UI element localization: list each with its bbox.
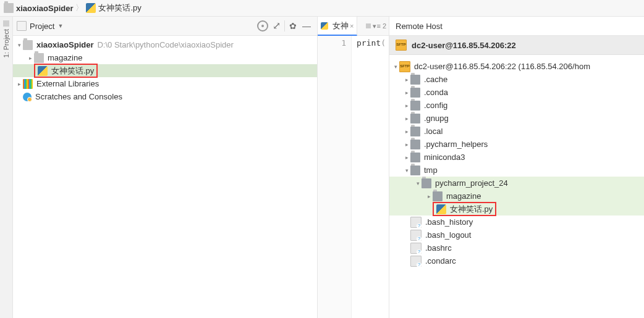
- tree-file-selected[interactable]: ▸ 女神笑话.py: [13, 64, 317, 77]
- hide-button[interactable]: —: [300, 19, 313, 33]
- text-file-icon: [410, 217, 422, 228]
- code-text: print: [357, 38, 381, 48]
- project-panel-header: Project ▼ ⤢ ✿ —: [13, 17, 317, 36]
- expand-toggle[interactable]: ▾: [392, 64, 399, 70]
- folder-icon: [410, 88, 420, 98]
- editor-tab-label: 女神: [333, 20, 349, 31]
- tree-item-label: .conda: [424, 88, 448, 97]
- remote-folder[interactable]: ▸.pycharm_helpers: [389, 138, 644, 151]
- remote-root[interactable]: ▾ SFTP dc2-user@116.85.54.206:22 (116.85…: [389, 60, 644, 73]
- tree-item-label: .pycharm_helpers: [424, 140, 488, 149]
- expand-toggle[interactable]: ▸: [15, 81, 23, 87]
- editor-tabs: 女神 × ▾≡2: [318, 17, 389, 36]
- expand-toggle[interactable]: ▸: [403, 128, 410, 135]
- remote-folder[interactable]: ▸.gnupg: [389, 112, 644, 125]
- remote-folder-tmp[interactable]: ▾tmp: [389, 164, 644, 177]
- tree-item-label: magazine: [446, 191, 481, 201]
- expand-toggle[interactable]: ▸: [403, 77, 410, 83]
- remote-folder-pyproj[interactable]: ▾pycharm_project_24: [389, 177, 644, 190]
- tree-item-label: pycharm_project_24: [435, 178, 508, 188]
- breadcrumb-root[interactable]: xiaoxiaoSpider: [4, 3, 73, 13]
- project-vertical-tab[interactable]: 1: Project: [2, 29, 10, 57]
- tab-indicator-count: 2: [383, 22, 386, 30]
- remote-folder[interactable]: ▸.conda: [389, 86, 644, 99]
- locate-button[interactable]: [256, 19, 269, 33]
- expand-toggle[interactable]: ▸: [403, 115, 410, 122]
- tool-icon[interactable]: [3, 20, 9, 27]
- text-file-icon: [410, 256, 422, 267]
- settings-button[interactable]: ✿: [286, 19, 300, 33]
- tree-item-label: .config: [424, 101, 447, 110]
- project-view-selector[interactable]: Project ▼: [17, 21, 63, 31]
- chevron-right-icon: 〉: [75, 2, 83, 14]
- remote-root-label: dc2-user@116.85.54.206:22 (116.85.54.206…: [414, 62, 590, 71]
- editor-tab[interactable]: 女神 ×: [318, 17, 357, 36]
- breadcrumb-file[interactable]: 女神笑话.py: [86, 2, 141, 14]
- remote-file[interactable]: ▸.bash_logout: [389, 228, 644, 241]
- expand-toggle[interactable]: ▸: [27, 55, 34, 61]
- tree-item-label: .bash_logout: [425, 230, 471, 240]
- project-tree[interactable]: ▾ xiaoxiaoSpider D:\0 Stark\pythonCode\x…: [13, 36, 317, 318]
- libraries-icon: [23, 79, 33, 89]
- folder-icon: [410, 114, 420, 123]
- python-file-icon: [321, 22, 328, 30]
- folder-icon: [410, 153, 420, 162]
- tree-item-label: tmp: [424, 165, 438, 175]
- project-view-icon: [17, 21, 27, 31]
- caret-down-icon: ▼: [57, 23, 63, 29]
- left-tool-strip: 1: Project: [0, 17, 13, 318]
- text-file-icon: [410, 230, 422, 241]
- tree-item-label: .bash_history: [425, 217, 473, 227]
- folder-icon: [433, 191, 443, 201]
- gutter: 1: [318, 36, 352, 318]
- close-tab-button[interactable]: ×: [350, 22, 354, 30]
- expand-toggle[interactable]: ▸: [403, 90, 410, 96]
- remote-folder-magazine[interactable]: ▸magazine: [389, 190, 644, 203]
- expand-toggle[interactable]: ▾: [15, 42, 23, 48]
- remote-file[interactable]: ▸.condarc: [389, 254, 644, 267]
- remote-host-title: Remote Host: [396, 22, 443, 31]
- tree-item-label: 女神笑话.py: [450, 204, 493, 215]
- scratches-icon: [23, 93, 32, 101]
- expand-toggle[interactable]: ▸: [425, 193, 433, 199]
- remote-connection-label: dc2-user@116.85.54.206:22: [412, 41, 516, 50]
- tree-item-label: 女神笑话.py: [51, 65, 94, 77]
- folder-icon: [410, 127, 420, 136]
- remote-file[interactable]: ▸.bashrc: [389, 241, 644, 254]
- tree-item-label: magazine: [48, 53, 82, 62]
- remote-file[interactable]: ▸.bash_history: [389, 215, 644, 228]
- tree-item-label: .condarc: [425, 256, 456, 266]
- project-root-label: xiaoxiaoSpider: [36, 40, 93, 49]
- tree-item-label: .cache: [424, 75, 447, 84]
- expand-toggle[interactable]: ▸: [403, 154, 410, 161]
- scratches-consoles[interactable]: ▸ Scratches and Consoles: [13, 90, 317, 103]
- expand-toggle[interactable]: ▸: [403, 103, 410, 109]
- code-editor[interactable]: 1 print(: [318, 36, 389, 318]
- tree-item-label: External Libraries: [36, 79, 99, 88]
- line-number: 1: [318, 38, 346, 48]
- folder-icon: [4, 3, 14, 13]
- expand-all-button[interactable]: ⤢: [269, 19, 283, 33]
- code-line[interactable]: print(: [352, 36, 386, 318]
- external-libraries[interactable]: ▸ External Libraries: [13, 77, 317, 90]
- remote-folder[interactable]: ▸.cache: [389, 73, 644, 86]
- project-panel-title: Project: [30, 22, 54, 31]
- python-file-icon: [38, 66, 48, 76]
- expand-toggle[interactable]: ▾: [414, 180, 422, 186]
- remote-folder[interactable]: ▸miniconda3: [389, 151, 644, 164]
- tree-item-label: .bashrc: [425, 243, 452, 253]
- tree-folder-magazine[interactable]: ▸ magazine: [13, 51, 317, 64]
- expand-toggle[interactable]: ▾: [403, 167, 410, 174]
- tree-item-label: Scratches and Consoles: [35, 92, 122, 101]
- breadcrumb-root-label: xiaoxiaoSpider: [16, 4, 73, 13]
- remote-folder[interactable]: ▸.local: [389, 125, 644, 138]
- divider: [284, 20, 285, 31]
- remote-tree[interactable]: ▾ SFTP dc2-user@116.85.54.206:22 (116.85…: [389, 55, 644, 318]
- remote-file-highlighted[interactable]: ▸女神笑话.py: [389, 203, 644, 215]
- expand-toggle[interactable]: ▸: [403, 141, 410, 148]
- remote-folder[interactable]: ▸.config: [389, 99, 644, 112]
- editor-tab-extra[interactable]: ▾≡2: [366, 22, 389, 30]
- project-root[interactable]: ▾ xiaoxiaoSpider D:\0 Stark\pythonCode\x…: [13, 38, 317, 51]
- remote-connection-header[interactable]: SFTP dc2-user@116.85.54.206:22: [389, 36, 644, 55]
- breadcrumb-file-label: 女神笑话.py: [98, 2, 141, 14]
